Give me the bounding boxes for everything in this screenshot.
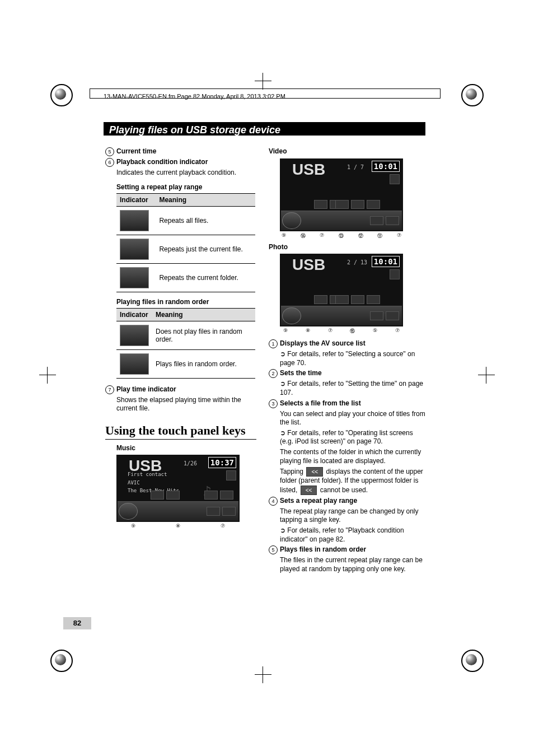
parent-folder-button[interactable]: <<	[301, 486, 317, 495]
rotate-button[interactable]	[335, 295, 349, 304]
search-button[interactable]	[386, 216, 399, 225]
mix-button[interactable]	[370, 216, 383, 225]
search-button[interactable]	[222, 507, 236, 516]
crop-mark-icon	[478, 367, 495, 384]
table2-caption: Playing files in random order	[116, 298, 256, 306]
crop-mark-icon	[255, 666, 271, 683]
item5-title: Plays files in random order	[280, 545, 366, 553]
item4-desc2: ➲ For details, refer to "Playback condit…	[269, 526, 425, 544]
page-header: 13-MAN-AVICF550-EN.fm Page 82 Monday, Ap…	[104, 93, 285, 100]
table-row: Repeats the current folder.	[116, 263, 255, 292]
callout-row: ⑨⑭⑦⑬⑫⑪⑦	[274, 232, 409, 240]
repeat-button[interactable]	[204, 491, 218, 500]
callout-6-icon: 6	[105, 158, 114, 167]
music-screenshot: USB 1/26 10:37 First contact AVIC The Be…	[111, 455, 245, 529]
prev-folder-button[interactable]	[151, 491, 164, 500]
row-meaning: Does not play files in random order.	[152, 321, 255, 349]
play-time-heading: Play time indicator	[116, 385, 176, 393]
item3-desc1: You can select and play your choice of t…	[269, 410, 425, 427]
item3-desc3: The contents of the folder in which the …	[269, 448, 425, 465]
repeat-button[interactable]	[351, 200, 364, 209]
th-meaning: Meaning	[152, 308, 255, 321]
item4-desc1: The repeat play range can be changed by …	[269, 507, 425, 525]
section-heading: Using the touch panel keys	[105, 423, 256, 440]
callout-row: ⑨⑧⑦⑯⑤⑦	[274, 328, 409, 335]
source-label: USB	[292, 161, 325, 179]
random-button[interactable]	[351, 295, 364, 304]
file-list-button[interactable]	[390, 174, 400, 184]
row-meaning: Plays files in random order.	[152, 349, 255, 378]
row-meaning: Repeats all files.	[156, 206, 255, 235]
play-pause-button[interactable]	[282, 307, 301, 324]
item3-title: Selects a file from the list	[280, 399, 361, 407]
print-mark-icon	[461, 650, 484, 672]
music-label: Music	[105, 444, 256, 453]
repeat-button[interactable]	[367, 295, 380, 304]
play-pause-button[interactable]	[282, 212, 301, 229]
photo-screen: USB 2 / 13 10:01	[280, 254, 403, 326]
row-meaning: Repeats just the current file.	[156, 235, 255, 263]
prev-button[interactable]	[314, 295, 327, 304]
item2-title: Sets the time	[280, 370, 322, 377]
random-button[interactable]	[220, 491, 233, 500]
table1-caption: Setting a repeat play range	[116, 183, 256, 191]
callout-5-icon: 5	[105, 147, 114, 156]
video-screen: USB 1 / 7 10:01	[280, 158, 403, 231]
chapter-title: Playing files on USB storage device	[104, 122, 425, 136]
repeat-folder-icon	[120, 267, 149, 288]
video-label: Video	[269, 147, 425, 156]
file-list-button[interactable]	[226, 470, 236, 480]
track-counter: 1/26	[184, 460, 197, 466]
item1-title: Displays the AV source list	[280, 339, 366, 347]
source-label: USB	[292, 256, 325, 274]
mix-button[interactable]	[370, 311, 383, 320]
column-right: Video USB 1 / 7 10:01 ⑨⑭⑦⑬⑫⑪⑦ Photo	[269, 146, 425, 575]
item2-desc: ➲ For details, refer to "Setting the tim…	[269, 380, 425, 397]
list-item: AVIC	[128, 479, 179, 487]
current-time-heading: Current time	[116, 147, 156, 155]
random-off-icon	[120, 325, 149, 346]
item4-title: Sets a repeat play range	[280, 497, 357, 505]
clock[interactable]: 10:01	[372, 256, 400, 267]
playback-condition-desc: Indicates the current playback condition…	[105, 169, 256, 178]
print-mark-icon	[461, 84, 484, 106]
search-button[interactable]	[386, 311, 399, 320]
th-indicator: Indicator	[116, 193, 156, 206]
callout-3-icon: 3	[269, 399, 278, 408]
playback-condition-heading: Playback condition indicator	[116, 158, 208, 166]
row-meaning: Repeats the current folder.	[156, 263, 255, 292]
clock[interactable]: 10:01	[372, 161, 400, 172]
th-meaning: Meaning	[156, 193, 255, 206]
item3-desc2: ➲ For details, refer to "Operating list …	[269, 429, 425, 446]
parent-folder-button[interactable]: <<	[306, 467, 323, 477]
full-button[interactable]	[367, 200, 380, 209]
random-on-icon	[120, 353, 149, 375]
play-pause-button[interactable]	[119, 503, 138, 520]
mix-button[interactable]	[207, 507, 220, 516]
page-number: 82	[63, 617, 91, 629]
table-row: Repeats all files.	[116, 206, 255, 235]
crop-mark-icon	[255, 73, 271, 90]
music-screen: USB 1/26 10:37 First contact AVIC The Be…	[116, 455, 240, 522]
stop-button[interactable]	[335, 200, 349, 209]
item3-desc4: Tapping << displays the content of the u…	[269, 467, 425, 495]
prev-button[interactable]	[314, 200, 327, 209]
file-list-button[interactable]	[390, 269, 400, 279]
track-counter: 2 / 13	[347, 259, 367, 265]
list-item: First contact	[128, 470, 179, 478]
callout-5-icon: 5	[269, 545, 278, 554]
callout-7-icon: 7	[105, 385, 114, 394]
next-folder-button[interactable]	[166, 491, 180, 500]
print-mark-icon	[50, 650, 73, 672]
video-screenshot: USB 1 / 7 10:01 ⑨⑭⑦⑬⑫⑪⑦	[274, 158, 409, 240]
item5-desc: The files in the current repeat play ran…	[269, 556, 425, 573]
random-order-table: IndicatorMeaning Does not play files in …	[116, 308, 255, 379]
play-time-desc: Shows the elapsed playing time within th…	[105, 396, 256, 413]
clock[interactable]: 10:37	[208, 457, 236, 468]
callout-1-icon: 1	[269, 339, 278, 348]
photo-screenshot: USB 2 / 13 10:01 ⑨⑧⑦⑯⑤⑦	[274, 254, 409, 335]
manual-page: 13-MAN-AVICF550-EN.fm Page 82 Monday, Ap…	[0, 0, 534, 756]
callout-row: ⑨⑧⑦	[111, 523, 245, 529]
table-row: Does not play files in random order.	[116, 321, 255, 349]
track-counter: 1 / 7	[347, 164, 364, 170]
